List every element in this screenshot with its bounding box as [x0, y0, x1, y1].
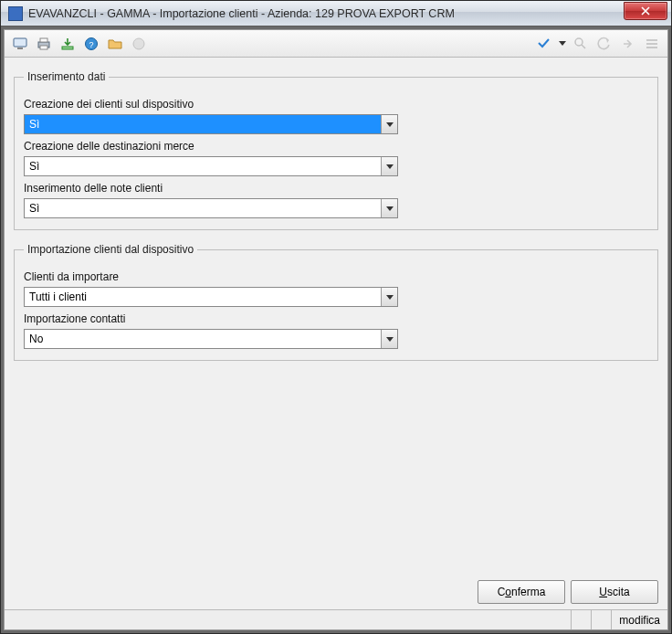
search-icon	[573, 37, 588, 51]
label-creazione-destinazioni: Creazione delle destinazioni merce	[24, 140, 648, 153]
combo-value: Sì	[25, 199, 381, 217]
btn-text-post: nferma	[511, 586, 545, 598]
toolbar-left: ?	[8, 33, 151, 55]
btn-text-pre: C	[498, 586, 506, 598]
label-inserimento-note: Inserimento delle note clienti	[24, 182, 648, 195]
list-icon	[645, 37, 659, 51]
chevron-down-icon	[386, 295, 394, 300]
label-creazione-clienti: Creazione dei clienti sul dispositivo	[24, 98, 648, 111]
group-legend-ins: Inserimento dati	[24, 70, 109, 83]
help-icon: ?	[84, 37, 99, 51]
chevron-down-icon	[386, 122, 394, 127]
chevron-down-icon	[559, 41, 566, 46]
exit-button[interactable]: Uscita	[571, 580, 658, 604]
btn-text-ul: U	[599, 586, 607, 598]
globe-icon	[131, 37, 146, 51]
svg-rect-3	[40, 38, 47, 42]
combo-arrow[interactable]	[381, 330, 397, 348]
svg-rect-5	[62, 47, 73, 49]
folder-icon	[108, 37, 122, 51]
combo-arrow[interactable]	[381, 115, 397, 133]
svg-point-8	[133, 38, 144, 49]
client-area: ?	[4, 29, 668, 630]
combo-arrow[interactable]	[381, 288, 397, 306]
combo-arrow[interactable]	[381, 199, 397, 217]
disabled-button	[128, 33, 150, 55]
search-button	[570, 33, 592, 55]
undo-icon	[597, 37, 612, 51]
dropdown-button[interactable]	[533, 33, 555, 55]
combo-arrow[interactable]	[381, 157, 397, 175]
svg-text:?: ?	[89, 39, 93, 48]
toolbar: ?	[5, 30, 667, 58]
statusbar: modifica	[5, 609, 667, 629]
svg-rect-10	[646, 39, 657, 41]
help-button[interactable]: ?	[80, 33, 102, 55]
forward-icon	[621, 37, 635, 51]
status-cell-2	[591, 610, 611, 629]
chevron-down-icon	[386, 164, 394, 169]
chevron-down-icon	[386, 206, 394, 211]
combo-inserimento-note[interactable]: Sì	[24, 198, 398, 218]
btn-text-ul: o	[505, 586, 511, 598]
toolbar-right	[532, 33, 664, 55]
check-dropdown-icon	[537, 37, 551, 51]
combo-value: Sì	[25, 157, 381, 175]
form-content: Inserimento dati Creazione dei clienti s…	[5, 58, 667, 609]
group-importazione-clienti: Importazione clienti dal dispositivo Cli…	[14, 243, 658, 361]
svg-point-9	[575, 38, 583, 46]
svg-rect-4	[40, 46, 47, 49]
close-button[interactable]	[624, 2, 667, 20]
group-legend-imp: Importazione clienti dal dispositivo	[24, 243, 197, 256]
preview-button[interactable]	[9, 33, 31, 55]
svg-rect-11	[646, 43, 657, 45]
combo-value: No	[25, 330, 381, 348]
svg-rect-12	[646, 47, 657, 48]
titlebar: EVAVANZCLI - GAMMA - Importazione client…	[1, 1, 671, 26]
status-mode: modifica	[611, 610, 667, 629]
app-window: EVAVANZCLI - GAMMA - Importazione client…	[0, 0, 672, 634]
combo-clienti-importare[interactable]: Tutti i clienti	[24, 287, 398, 307]
label-clienti-importare: Clienti da importare	[24, 270, 648, 283]
app-icon	[8, 6, 23, 21]
forward-button	[617, 33, 639, 55]
btn-text-post: scita	[607, 586, 630, 598]
svg-rect-1	[17, 48, 23, 49]
printer-icon	[37, 37, 51, 51]
window-title: EVAVANZCLI - GAMMA - Importazione client…	[28, 7, 455, 20]
group-inserimento-dati: Inserimento dati Creazione dei clienti s…	[14, 70, 658, 230]
chevron-down-icon	[386, 337, 394, 342]
label-importazione-contatti: Importazione contatti	[24, 312, 648, 325]
dialog-buttons: Conferma Uscita	[478, 580, 658, 604]
combo-value: Sì	[25, 115, 381, 133]
print-button[interactable]	[33, 33, 55, 55]
list-button	[641, 33, 663, 55]
close-icon	[641, 6, 650, 16]
export-icon	[60, 37, 75, 51]
combo-value: Tutti i clienti	[25, 288, 381, 306]
dropdown-arrow-button[interactable]	[557, 33, 568, 55]
undo-button	[593, 33, 615, 55]
combo-importazione-contatti[interactable]: No	[24, 329, 398, 349]
svg-rect-0	[14, 38, 26, 47]
monitor-icon	[13, 37, 27, 51]
combo-creazione-destinazioni[interactable]: Sì	[24, 156, 398, 176]
folder-button[interactable]	[104, 33, 126, 55]
export-button[interactable]	[57, 33, 79, 55]
confirm-button[interactable]: Conferma	[478, 580, 565, 604]
combo-creazione-clienti[interactable]: Sì	[24, 114, 398, 134]
status-cell-1	[571, 610, 591, 629]
